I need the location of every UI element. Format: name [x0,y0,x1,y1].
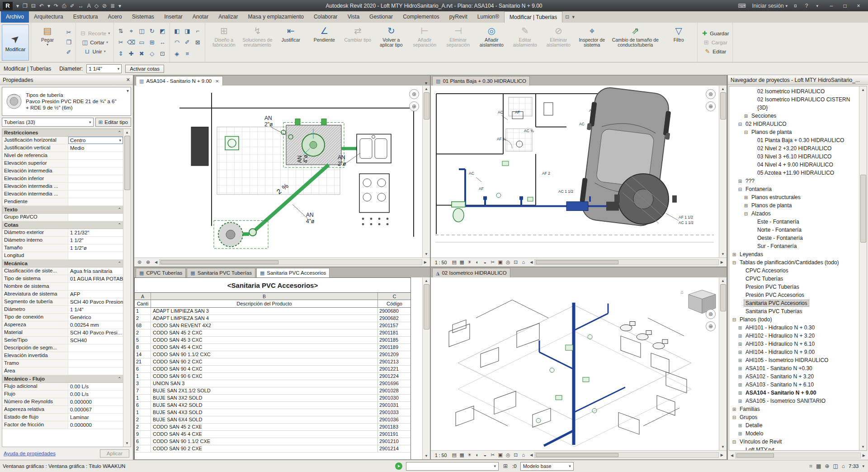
property-row[interactable]: Número de Reynolds 0.000000▾ [2,398,123,406]
schedule-scrollbar[interactable]: ▲▼ [422,277,430,459]
property-row[interactable]: Serie/Tipo SCH40▾ [2,337,123,344]
view-control-icon[interactable]: ◐ [473,452,481,458]
ribbon-button[interactable]: ⊘ Eliminar aislamiento [542,24,575,62]
browser-tree-item[interactable]: ⊞ ASA103 - Sanitario N + 6.10 [729,381,859,389]
schedule-row[interactable]: 8 CODO SAN 45 4 CXC 2901189 [135,344,410,351]
ribbon-button[interactable]: ⇤ Justificar [274,24,307,62]
property-row[interactable]: Área ▾ [2,367,123,375]
browser-tree-item[interactable]: ⊞ ASA105 - Isometrico SANITARIO [729,397,859,405]
browser-tree-item[interactable]: ⊞ AHI105 - Isometrico HIDRAULICO [729,356,859,364]
status-tool-icon[interactable]: ◫ [832,463,839,469]
ribbon-toggle-arrow-icon[interactable]: ▾ [572,14,575,20]
view-vscrollbar[interactable]: ▲▼ [422,86,430,257]
modify-tool-icon[interactable]: ◇ [147,49,157,58]
expand-icon[interactable]: ⊟ [743,211,749,216]
schedule-row[interactable]: 1 BUJE SAN 4X3 SOLD 2901033 [135,409,410,416]
geometry-button[interactable]: ◫Cortar▾ [80,38,110,46]
property-section-header[interactable]: Mecánico - Flujo⌃ [2,375,123,383]
tab-list-icon[interactable]: ▾ [422,81,430,86]
view-control-icon[interactable]: ☀ [466,259,473,265]
revit-logo[interactable]: R [3,2,13,10]
browser-tree-item[interactable]: ⊞ AHI103 - Hidraulico N + 6.10 [729,340,859,348]
schedule-row[interactable]: 6 BUJE SAN 4X2 SOLD 2901031 [135,402,410,409]
type-dropdown-icon[interactable]: ▾ [125,87,131,94]
filter-select[interactable]: Tuberías (33)▾ [2,118,94,127]
view-control-icon[interactable]: ◎ [504,452,512,458]
pan-icon[interactable]: ⊕ [706,321,716,331]
status-tool-icon[interactable]: ⌗ [808,463,813,469]
search-icon[interactable]: ⌨ [736,3,747,9]
expand-icon[interactable]: ⊞ [737,423,743,428]
ribbon-tab[interactable]: Vista [343,11,364,23]
expand-icon[interactable]: ⊟ [731,439,737,444]
ribbon-tab[interactable]: Complementos [398,11,444,23]
view-control-icon[interactable]: ✂ [489,259,496,265]
modify-tool-icon[interactable]: ◩ [157,26,167,36]
clipboard-tool-icon[interactable]: ❐ [64,38,74,47]
browser-tree-item[interactable]: ⊟ Tablas de planificación/Cantidades (to… [729,258,859,267]
browser-tree-item[interactable]: Presión PVC Accesorios [729,291,859,299]
view-tool-icon[interactable]: ◠ [172,38,182,47]
schedule-row[interactable]: 5 CODO SAN 45 3 CXC 2901185 [135,337,410,344]
view-scale[interactable]: 1 : 50 [432,260,449,265]
schedule-row[interactable]: 21 CODO SAN 90 2 CXC 2901213 [135,358,410,366]
view-control-icon[interactable]: ◎ [504,259,512,265]
expand-icon[interactable]: ⊟ [731,317,737,322]
paste-button[interactable]: ▤ Pegar ▾ [33,24,62,62]
browser-tree-item[interactable]: ⊟ Planos de planta [729,128,859,136]
ribbon-button[interactable]: ⌖ Inspector de sistema [575,24,609,62]
apply-button[interactable]: Aplicar [100,449,129,458]
schedule-row[interactable]: 6 CODO SAN 90 4 CXC 2901221 [135,366,410,373]
expand-icon[interactable]: ⊞ [737,334,743,339]
sanitario-plan-drawing[interactable]: AN 2"ø AN 4"ø AN 2"ø 2 % AN 4"ø [134,86,422,257]
browser-tree-item[interactable]: ⊟ Planos (todo) [729,315,859,324]
selection-set-button[interactable]: ⊞Cargar [701,38,729,46]
drain-fixture[interactable] [225,136,239,150]
property-row[interactable]: Material SCH 40 Pavco Presi...▾ [2,329,123,337]
expand-icon[interactable]: ⊟ [737,187,743,192]
schedule-row[interactable]: 2 CODO SAN 45 2 CXE 2901183 [135,424,410,431]
view-control-icon[interactable]: ✂ [489,452,496,458]
planta-baja-drawing[interactable]: AC AF AC ¾ AF ¾ AC AF AF 2 AC 1 1/2 AF 1… [431,86,719,257]
ribbon-tab[interactable]: Analizar [213,11,243,23]
pan-icon[interactable]: ⊕ [706,101,716,111]
expand-icon[interactable]: ⊞ [737,382,743,387]
qat-icon[interactable]: ▾ [117,3,123,9]
expand-icon[interactable]: ⊞ [737,342,743,347]
schedule-tab[interactable]: ▦ Sanitaria PVC Tuberías [187,268,255,277]
view-tool-icon[interactable]: ◧ [172,26,182,36]
ribbon-tab[interactable]: Insertar [159,11,188,23]
browser-tree-item[interactable]: 03 Nivel 3 +6.10 HIDRAULICO [729,153,859,161]
view-tab-sanitario[interactable]: ▥ ASA104 - Sanitario N + 9.00 ✕ [136,76,223,86]
modify-tool-icon[interactable]: ◫ [137,26,146,36]
collapse-icon[interactable]: ⌃ [118,261,121,266]
browser-tree-item[interactable]: ⊞ Leyendas [729,250,859,258]
browser-tree-item[interactable]: ⊟ 02 HIDRAULICO [729,120,859,128]
property-row[interactable]: Tamaño 1 1/2"ø▾ [2,244,123,252]
qat-icon[interactable]: ▾ [46,3,52,9]
expand-icon[interactable]: ⊞ [737,431,743,436]
properties-help-link[interactable]: Ayuda de propiedades [4,451,56,456]
ribbon-tab[interactable]: Lumion® [472,11,504,23]
ribbon-tab[interactable]: Colaborar [309,11,343,23]
property-row[interactable]: Tipo de sistema 01 AGUA FRIA POTABLE▾ [2,275,123,283]
browser-tree-item[interactable]: 02 Isometrico HIDRAULICO [729,87,859,95]
modify-tool-icon[interactable]: ⌖ [126,26,136,36]
modify-tool-icon[interactable]: ▭ [137,38,146,47]
steering-wheel-icon[interactable]: ⊛ [706,309,716,319]
property-row[interactable]: Tipo de conexión Genérico▾ [2,314,123,321]
property-row[interactable]: Flujo 0.00 L/s▾ [2,391,123,398]
view-control-icon[interactable]: ⌂ [519,452,527,458]
geometry-button[interactable]: ⊔Unir▾ [82,48,108,55]
view-control-icon[interactable]: ⊡ [512,259,519,265]
modify-tool-icon[interactable]: ⇅ [116,26,126,36]
schedule-row[interactable]: 2 BUJE SAN 6X4 SOLD 2901036 [135,416,410,424]
status-tool-icon[interactable]: ⊕ [824,463,830,469]
browser-tree-item[interactable]: ⊞ Planos estructurales [729,193,859,201]
stove[interactable] [359,174,389,213]
browser-tree-item[interactable]: CPVC Tuberías [729,275,859,283]
property-row[interactable]: Elevación invertida ▾ [2,352,123,360]
ribbon-tab[interactable]: Sistemas [127,11,159,23]
browser-tree-item[interactable]: ⊟ Vínculos de Revit [729,438,859,446]
property-section-header[interactable]: Mecánica⌃ [2,260,123,267]
